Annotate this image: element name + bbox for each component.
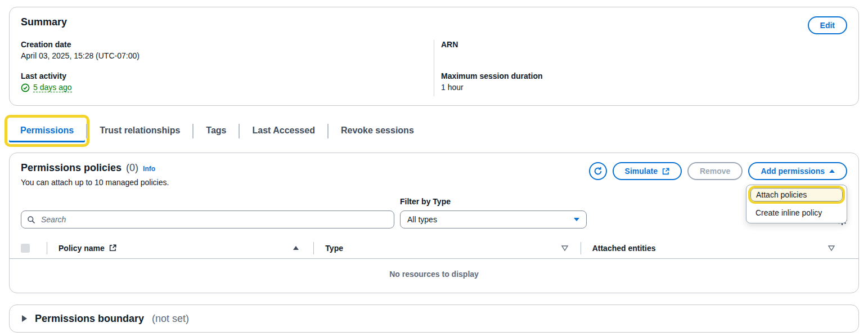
arn-label: ARN (441, 40, 847, 49)
creation-date-value: April 03, 2025, 15:28 (UTC-07:00) (21, 51, 434, 60)
policies-header: Permissions policies (0) Info You can at… (21, 162, 847, 187)
role-tabs: Permissions Trust relationships Tags Las… (9, 119, 859, 142)
max-session-value: 1 hour (441, 83, 847, 92)
type-filter-label: Filter by Type (400, 197, 587, 206)
policies-title-line: Permissions policies (0) Info (21, 162, 169, 174)
last-activity-label: Last activity (21, 71, 434, 80)
creation-date-field: Creation date April 03, 2025, 15:28 (UTC… (21, 40, 434, 60)
tab-revoke-sessions[interactable]: Revoke sessions (330, 119, 425, 142)
policies-count: (0) (126, 162, 138, 174)
remove-button[interactable]: Remove (687, 162, 743, 180)
edit-button[interactable]: Edit (808, 16, 847, 34)
tab-divider (239, 124, 240, 138)
info-link[interactable]: Info (143, 165, 155, 173)
type-header-label: Type (325, 244, 343, 253)
tab-divider (86, 124, 87, 138)
tab-tags[interactable]: Tags (195, 119, 237, 142)
permissions-policies-card: Permissions policies (0) Info You can at… (9, 153, 859, 293)
chevron-down-icon (574, 218, 579, 221)
column-header-type[interactable]: Type (314, 244, 580, 253)
table-header-row: Policy name Type (10, 238, 858, 259)
summary-left-column: Creation date April 03, 2025, 15:28 (UTC… (21, 40, 434, 96)
tab-permissions[interactable]: Permissions (9, 119, 85, 142)
tab-divider (192, 124, 194, 138)
search-input[interactable] (40, 214, 388, 225)
add-permissions-button[interactable]: Add permissions (748, 162, 847, 180)
last-activity-link[interactable]: 5 days ago (33, 83, 72, 92)
menu-item-attach-policies[interactable]: Attach policies (750, 188, 843, 201)
type-filter-value: All types (407, 215, 437, 224)
menu-item-create-inline-policy[interactable]: Create inline policy (746, 205, 847, 220)
refresh-button[interactable] (589, 162, 607, 180)
policies-subtitle: You can attach up to 10 managed policies… (21, 178, 169, 187)
type-filter-group: Filter by Type All types (400, 197, 587, 229)
policy-name-header-label: Policy name (59, 244, 105, 253)
max-session-label: Maximum session duration (441, 71, 847, 80)
select-all-checkbox[interactable] (21, 244, 30, 253)
filter-row: Filter by Type All types ‹ 1 › (21, 197, 847, 229)
select-all-cell (21, 244, 47, 253)
summary-card: Summary Edit Creation date April 03, 202… (9, 7, 859, 106)
tab-divider (327, 124, 329, 138)
refresh-icon (593, 167, 602, 176)
chevron-up-icon (829, 169, 835, 173)
policies-table: Policy name Type (10, 238, 858, 293)
summary-header: Summary Edit (21, 16, 847, 34)
creation-date-label: Creation date (21, 40, 434, 49)
summary-grid: Creation date April 03, 2025, 15:28 (UTC… (21, 40, 847, 96)
empty-state-message: No resources to display (10, 259, 858, 293)
search-icon (27, 216, 35, 224)
policies-title-block: Permissions policies (0) Info You can at… (21, 162, 169, 187)
last-activity-row: 5 days ago (21, 83, 434, 92)
check-circle-icon (21, 83, 30, 92)
tab-last-accessed[interactable]: Last Accessed (241, 119, 326, 142)
column-header-policy-name[interactable]: Policy name (47, 244, 313, 253)
external-link-icon (109, 244, 116, 252)
boundary-status: (not set) (152, 313, 189, 325)
attached-entities-header-label: Attached entities (592, 244, 656, 253)
iam-role-details-page: Summary Edit Creation date April 03, 202… (0, 0, 868, 336)
filter-down-icon (828, 245, 835, 251)
simulate-button[interactable]: Simulate (613, 162, 682, 180)
summary-title: Summary (21, 16, 67, 28)
search-box (21, 210, 394, 229)
tab-trust-relationships[interactable]: Trust relationships (88, 119, 191, 142)
max-session-field: Maximum session duration 1 hour (441, 71, 847, 92)
last-activity-field: Last activity 5 days ago (21, 71, 434, 92)
simulate-label: Simulate (625, 167, 658, 176)
boundary-title: Permissions boundary (35, 313, 144, 325)
type-filter-select[interactable]: All types (400, 210, 587, 229)
add-permissions-menu: Attach policies Create inline policy (746, 185, 847, 223)
column-header-attached-entities[interactable]: Attached entities (581, 244, 847, 253)
summary-right-column: ARN Maximum session duration 1 hour (434, 40, 847, 96)
permissions-boundary-card[interactable]: Permissions boundary (not set) (9, 304, 859, 333)
sort-ascending-icon (293, 246, 299, 250)
expand-right-icon[interactable] (22, 315, 27, 322)
policies-actions: Simulate Remove Add permissions Attach p… (589, 162, 847, 180)
policies-title: Permissions policies (21, 162, 122, 174)
filter-down-icon (561, 245, 568, 251)
arn-field: ARN (441, 40, 847, 49)
external-link-icon (662, 168, 669, 175)
add-permissions-label: Add permissions (761, 167, 825, 176)
policies-inner: Permissions policies (0) Info You can at… (10, 162, 858, 293)
